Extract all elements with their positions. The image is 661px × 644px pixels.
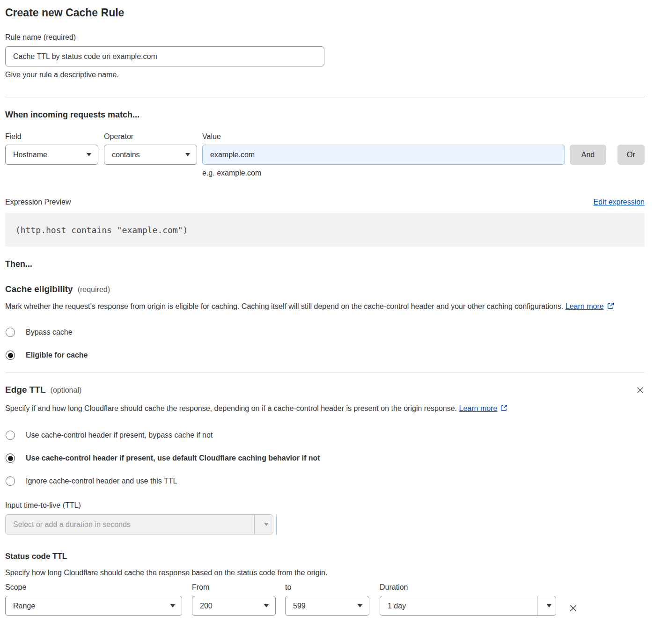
expression-code: (http.host contains "example.com") [15,225,188,235]
scope-select-value: Range [13,602,35,610]
chevron-down-icon [358,604,362,607]
value-input-text: example.com [210,151,255,159]
chevron-down-icon [170,604,175,607]
duration-select-value: 1 day [380,596,537,615]
delete-row-icon[interactable] [568,603,578,615]
edge-ttl-title: Edge TTL [5,385,46,395]
match-heading: When incoming requests match... [5,110,645,120]
create-cache-rule-form: Create new Cache Rule Rule name (require… [0,0,661,625]
cache-eligibility-header: Cache eligibility (required) [5,284,645,294]
field-select-value: Hostname [13,151,47,159]
radio-icon [6,431,15,440]
external-link-icon [500,403,508,416]
expression-code-block: (http.host contains "example.com") [5,213,645,247]
scope-select[interactable]: Range [5,596,182,616]
radio-label: Use cache-control header if present, use… [26,454,320,462]
cache-eligibility-title: Cache eligibility [5,284,73,294]
radio-label: Use cache-control header if present, byp… [26,431,213,439]
duration-label: Duration [380,583,556,592]
chevron-down-icon [264,604,269,607]
radio-label: Eligible for cache [26,351,88,359]
expression-header-row: Expression Preview Edit expression [5,198,645,206]
radio-use-header-bypass[interactable]: Use cache-control header if present, byp… [5,431,645,440]
divider [5,97,645,97]
radio-use-header-default[interactable]: Use cache-control header if present, use… [5,454,645,463]
radio-label: Ignore cache-control header and use this… [26,477,177,485]
and-button[interactable]: And [570,145,606,165]
learn-more-link[interactable]: Learn more [566,302,604,310]
match-controls-row: Hostname contains example.com And Or [5,145,645,165]
status-code-ttl-heading: Status code TTL [5,552,645,561]
duration-select[interactable]: 1 day [380,596,556,616]
chevron-down-icon [185,153,190,156]
edge-ttl-description: Specify if and how long Cloudflare shoul… [5,402,522,416]
radio-label: Bypass cache [26,328,73,337]
from-label: From [192,583,276,592]
edit-expression-link[interactable]: Edit expression [594,198,645,206]
to-label: to [285,583,369,592]
cache-eligibility-description: Mark whether the request’s response from… [5,300,635,314]
radio-checked-icon [6,351,15,360]
close-icon[interactable] [636,386,645,396]
optional-badge: (optional) [51,386,82,395]
rule-name-input[interactable]: Cache TTL by status code on example.com [5,46,324,66]
required-badge: (required) [78,285,110,294]
rule-name-label: Rule name (required) [5,33,645,42]
radio-eligible-for-cache[interactable]: Eligible for cache [5,351,645,360]
expression-preview-label: Expression Preview [5,198,71,206]
from-select-value: 200 [200,602,213,610]
ttl-select-placeholder: Select or add a duration in seconds [6,515,254,534]
edge-ttl-header: Edge TTL (optional) [5,385,645,396]
field-label: Field [5,132,104,141]
status-code-ttl-row: Scope Range From 200 to 599 Duration 1 d… [5,583,645,616]
match-labels-row: Field Operator Value [5,132,645,141]
radio-icon [6,328,15,337]
learn-more-link[interactable]: Learn more [459,404,498,412]
rule-name-value: Cache TTL by status code on example.com [13,52,157,61]
chevron-down-icon [537,596,556,615]
chevron-down-icon [254,515,273,534]
to-select[interactable]: 599 [285,596,369,616]
operator-select[interactable]: contains [104,145,197,165]
page-title: Create new Cache Rule [5,7,645,19]
external-link-icon [607,301,615,314]
status-code-ttl-description: Specify how long Cloudflare should cache… [5,569,645,577]
ttl-input-label: Input time-to-live (TTL) [5,501,645,510]
or-button[interactable]: Or [617,145,645,165]
then-heading: Then... [5,259,645,269]
input-caret [276,514,277,534]
value-input[interactable]: example.com [202,145,565,165]
to-select-value: 599 [293,602,306,610]
value-helper: e.g. example.com [202,169,645,177]
field-select[interactable]: Hostname [5,145,98,165]
scope-label: Scope [5,583,182,592]
edge-ttl-description-text: Specify if and how long Cloudflare shoul… [5,404,457,412]
chevron-down-icon [87,153,91,156]
value-label: Value [202,132,221,141]
radio-icon [6,476,15,486]
ttl-select-row: Select or add a duration in seconds [5,514,645,534]
radio-checked-icon [6,454,15,463]
radio-bypass-cache[interactable]: Bypass cache [5,328,645,337]
ttl-duration-select[interactable]: Select or add a duration in seconds [5,514,273,534]
cache-eligibility-description-text: Mark whether the request’s response from… [5,302,563,310]
operator-select-value: contains [112,151,140,159]
divider [5,373,645,373]
radio-ignore-header-ttl[interactable]: Ignore cache-control header and use this… [5,476,645,486]
operator-label: Operator [104,132,202,141]
from-select[interactable]: 200 [192,596,276,616]
rule-name-helper: Give your rule a descriptive name. [5,71,645,79]
